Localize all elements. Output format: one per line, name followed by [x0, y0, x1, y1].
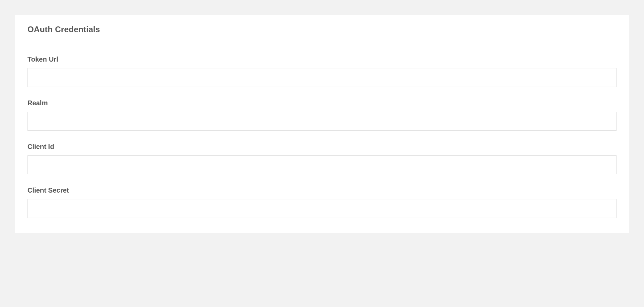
realm-input[interactable] — [27, 112, 617, 131]
card-header: OAuth Credentials — [15, 15, 629, 43]
client-id-label: Client Id — [27, 143, 617, 151]
token-url-input[interactable] — [27, 68, 617, 87]
realm-label: Realm — [27, 99, 617, 107]
realm-group: Realm — [27, 99, 617, 131]
token-url-label: Token Url — [27, 56, 617, 63]
card-body: Token Url Realm Client Id Client Secret — [15, 43, 629, 233]
oauth-credentials-card: OAuth Credentials Token Url Realm Client… — [15, 15, 629, 233]
client-id-group: Client Id — [27, 143, 617, 174]
client-id-input[interactable] — [27, 155, 617, 174]
token-url-group: Token Url — [27, 56, 617, 87]
client-secret-group: Client Secret — [27, 187, 617, 218]
card-title: OAuth Credentials — [27, 25, 617, 34]
client-secret-input[interactable] — [27, 199, 617, 218]
client-secret-label: Client Secret — [27, 187, 617, 194]
